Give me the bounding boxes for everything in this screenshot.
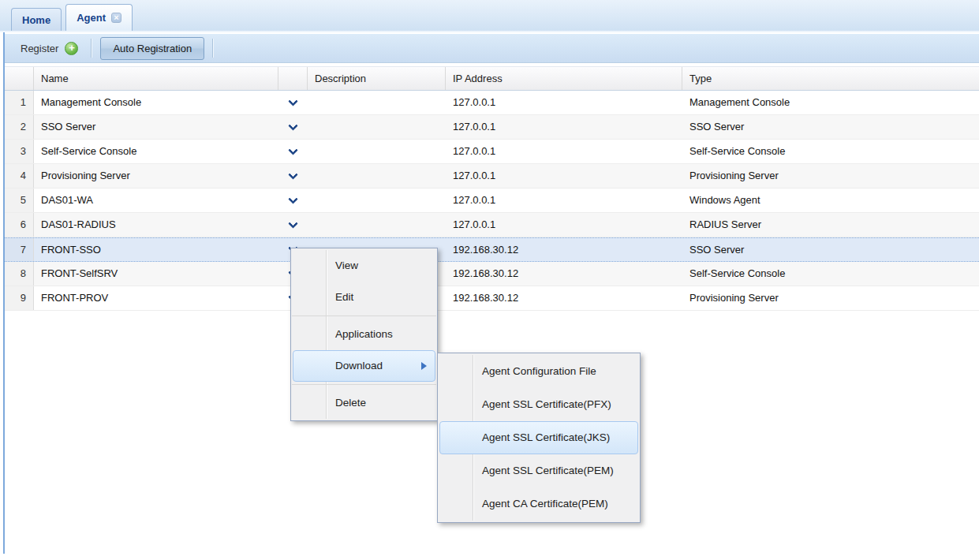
close-icon[interactable]: ×	[111, 13, 121, 23]
description-cell	[308, 115, 446, 139]
row-number: 7	[5, 238, 34, 261]
menu-item[interactable]: Download	[293, 350, 435, 382]
type-cell: Windows Agent	[682, 189, 979, 212]
header-description[interactable]: Description	[308, 67, 446, 90]
row-number: 4	[5, 164, 34, 188]
ip-address-cell: 127.0.0.1	[446, 91, 682, 114]
chevron-down-icon[interactable]	[288, 145, 298, 155]
row-actions-dropdown[interactable]	[278, 213, 308, 237]
agent-name-cell: Self-Service Console	[34, 140, 278, 163]
row-actions-dropdown[interactable]	[278, 140, 308, 163]
type-cell: Self-Service Console	[682, 262, 979, 286]
header-name[interactable]: Name	[34, 67, 278, 90]
auto-registration-button[interactable]: Auto Registration	[100, 37, 204, 60]
submenu-item-label: Agent CA Certificate(PEM)	[482, 498, 608, 510]
table-row[interactable]: 8 FRONT-SelfSRV 192.168.30.12 Self-Servi…	[5, 262, 979, 286]
download-submenu-items: Agent Configuration File Agent SSL Certi…	[438, 355, 640, 521]
type-cell: Management Console	[682, 91, 979, 114]
agent-name-cell: FRONT-SSO	[34, 238, 278, 261]
submenu-item-label: Agent Configuration File	[482, 365, 596, 377]
row-number: 3	[5, 140, 34, 163]
agents-table: Name Description IP Address Type 1 Manag…	[5, 66, 979, 311]
type-cell: SSO Server	[682, 115, 979, 139]
submenu-item[interactable]: Agent SSL Certificate(JKS)	[439, 421, 638, 454]
table-row[interactable]: 2 SSO Server 127.0.0.1 SSO Server	[5, 115, 979, 140]
menu-item[interactable]: Edit	[291, 282, 437, 313]
tab-agent-label: Agent	[77, 12, 106, 24]
table-row[interactable]: 1 Management Console 127.0.0.1 Managemen…	[5, 91, 979, 115]
tab-home-label: Home	[22, 14, 50, 26]
row-number: 9	[5, 286, 34, 310]
description-cell	[308, 91, 446, 114]
agent-name-cell: DAS01-WA	[34, 189, 278, 212]
header-type[interactable]: Type	[682, 67, 979, 90]
menu-item[interactable]: Delete	[291, 387, 437, 419]
chevron-down-icon[interactable]	[288, 96, 298, 106]
menu-item[interactable]: Applications	[291, 319, 437, 350]
chevron-down-icon[interactable]	[288, 218, 298, 229]
submenu-item[interactable]: Agent Configuration File	[438, 355, 640, 388]
submenu-item-label: Agent SSL Certificate(JKS)	[482, 431, 610, 443]
agent-name-cell: Management Console	[34, 91, 278, 114]
menu-item-label: Delete	[335, 397, 366, 409]
row-actions-dropdown[interactable]	[278, 115, 308, 139]
row-number: 8	[5, 262, 34, 286]
table-row[interactable]: 4 Provisioning Server 127.0.0.1 Provisio…	[5, 164, 979, 189]
agent-name-cell: FRONT-SelfSRV	[34, 262, 278, 286]
header-ip-address[interactable]: IP Address	[446, 67, 682, 90]
add-plus-icon: +	[65, 42, 78, 55]
type-cell: Provisioning Server	[682, 286, 979, 310]
row-actions-dropdown[interactable]	[278, 91, 308, 114]
agent-name-cell: DAS01-RADIUS	[34, 213, 278, 237]
type-cell: Self-Service Console	[682, 140, 979, 163]
header-rownum	[5, 67, 34, 90]
table-row[interactable]: 7 FRONT-SSO 192.168.30.12 SSO Server	[5, 237, 979, 262]
register-button-label: Register	[21, 43, 58, 54]
row-number: 2	[5, 115, 34, 139]
row-actions-dropdown[interactable]	[278, 164, 308, 188]
submenu-item-label: Agent SSL Certificate(PEM)	[482, 465, 614, 476]
tab-bar: Home Agent ×	[0, 0, 979, 32]
table-header-row: Name Description IP Address Type	[5, 66, 979, 91]
table-body: 1 Management Console 127.0.0.1 Managemen…	[5, 91, 979, 311]
ip-address-cell: 192.168.30.12	[446, 286, 682, 310]
submenu-item[interactable]: Agent CA Certificate(PEM)	[438, 487, 640, 521]
description-cell	[308, 140, 446, 163]
agent-name-cell: Provisioning Server	[34, 164, 278, 188]
menu-item-label: Edit	[335, 291, 353, 303]
menu-item[interactable]	[292, 315, 436, 316]
agent-name-cell: SSO Server	[34, 115, 278, 139]
description-cell	[308, 189, 446, 212]
submenu-arrow-icon	[421, 362, 427, 370]
agent-name-cell: FRONT-PROV	[34, 286, 278, 310]
row-number: 5	[5, 189, 34, 212]
table-row[interactable]: 9 FRONT-PROV 192.168.30.12 Provisioning …	[5, 286, 979, 311]
chevron-down-icon[interactable]	[288, 194, 298, 204]
row-number: 6	[5, 213, 34, 237]
row-number: 1	[5, 91, 34, 114]
submenu-item[interactable]: Agent SSL Certificate(PFX)	[438, 388, 640, 421]
chevron-down-icon[interactable]	[288, 170, 298, 180]
table-row[interactable]: 3 Self-Service Console 127.0.0.1 Self-Se…	[5, 140, 979, 164]
row-actions-dropdown[interactable]	[278, 189, 308, 212]
download-submenu: Agent Configuration File Agent SSL Certi…	[437, 353, 641, 523]
ip-address-cell: 192.168.30.12	[446, 262, 682, 286]
tab-agent[interactable]: Agent ×	[65, 4, 133, 31]
ip-address-cell: 127.0.0.1	[446, 140, 682, 163]
chevron-down-icon[interactable]	[288, 121, 298, 131]
toolbar: Register + Auto Registration	[5, 34, 979, 63]
description-cell	[308, 213, 446, 237]
type-cell: RADIUS Server	[682, 213, 979, 237]
ip-address-cell: 127.0.0.1	[446, 189, 682, 212]
menu-item[interactable]	[292, 384, 436, 385]
context-menu: View Edit Applications Download	[290, 248, 438, 421]
table-row[interactable]: 6 DAS01-RADIUS 127.0.0.1 RADIUS Server	[5, 213, 979, 237]
ip-address-cell: 127.0.0.1	[446, 213, 682, 237]
submenu-item[interactable]: Agent SSL Certificate(PEM)	[438, 454, 640, 487]
header-actions	[278, 67, 308, 90]
register-button[interactable]: Register +	[16, 42, 83, 55]
tab-home[interactable]: Home	[11, 8, 62, 31]
menu-item-label: View	[335, 259, 358, 271]
table-row[interactable]: 5 DAS01-WA 127.0.0.1 Windows Agent	[5, 189, 979, 213]
menu-item[interactable]: View	[291, 250, 437, 282]
